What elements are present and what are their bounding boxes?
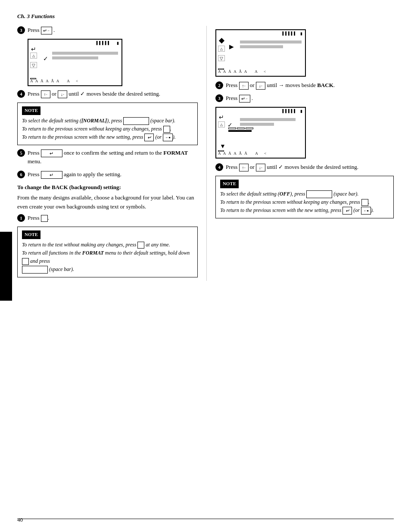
note2-label: NOTE [22,230,40,239]
icon-r2: ▽ [218,55,225,61]
off-label: OFF [280,191,290,197]
down-key[interactable]: ↓÷ [58,90,67,98]
screen-display-left-top: ▐▐▐▐▐ ▮ ↵ △ ▽ ✓ A A Ä A Â A A [28,39,122,86]
black-arrow-top: ◆ [219,36,224,44]
note3-p2: To return to the previous screen without… [220,198,389,206]
down-key-r4[interactable]: ↓÷ [256,164,265,171]
screen-bottom-font-bar: A A Ä A Â A A < [30,79,79,83]
screen-left-icons: △ ▽ [30,53,37,68]
note3-content: To select the default setting (OFF), pre… [220,190,389,215]
hold-key[interactable] [22,258,29,265]
back-step1-content: Press . [28,214,198,222]
return-key-1[interactable]: ↵ [144,134,154,141]
note3-p3: To return to the previous screen with th… [220,206,389,215]
line1 [52,52,118,55]
step-3-left: 3 Press ↵→ . [17,26,198,34]
step2r-press: Press [226,82,237,88]
note-box-3: NOTE To select the default setting (OFF)… [215,176,394,218]
spacebar-key-3[interactable] [306,190,332,198]
enter-key-6[interactable]: ↵ [41,171,62,179]
alt-return-key-1[interactable]: ←■ [163,134,173,141]
rb-left-icons: △ [218,121,225,128]
return-key-3[interactable]: ↵ [342,207,352,215]
format-key[interactable] [41,215,48,222]
icon-r1: △ [218,46,225,52]
back-bold: BACK [317,82,333,88]
cancel-key-1[interactable] [163,126,170,133]
note2-p1: To return to the text without making any… [22,241,193,249]
cancel-key-3[interactable] [361,199,368,206]
step-3-circle: 3 [17,26,25,34]
screen-bat-rb: ▮ [300,109,302,113]
rline2 [240,45,283,48]
left-column: 3 Press ↵→ . ▐▐▐▐▐ ▮ ↵ △ ▽ ✓ [17,26,207,281]
rb-enter: ↵ [219,114,224,121]
rbline2 [240,123,274,126]
up-key-r[interactable]: ↑÷ [239,82,249,90]
spacer-r [218,53,225,54]
down-key-r[interactable]: ↓÷ [256,82,265,90]
note1-label: NOTE [22,106,40,115]
step-3-content: Press ↵→ . [28,26,198,34]
step4r-circle: 4 [215,163,223,171]
screen-signal-rb: ▐▐▐▐▐ [281,109,296,113]
step2r-circle: 2 [215,81,223,89]
format-bold-5: FORMAT [163,149,188,156]
screen-bat-left: ▮ [117,41,119,45]
rbline1 [240,118,296,121]
step3r-content: Press ↵→ . [226,94,394,103]
checkmark: ✓ [43,55,48,62]
enter-key-btn[interactable]: ↵→ [41,27,52,34]
right-screen-bottom-bar: A A Ä A Â A A < [218,69,267,74]
step3r-press: Press [226,95,237,101]
right-column: ▐▐▐▐▐ ▮ ◆ △ ▽ ▶ A A Ä A Â [207,26,394,281]
note1-p3: To return to the previous screen with th… [22,133,193,141]
step-6-content: Press ↵ again to apply the setting. [28,170,198,179]
screen-bat-right: ▮ [300,31,302,36]
step-6-circle: 6 [17,171,25,178]
step-3-right: 3 Press ↵→ . [215,94,394,103]
format-bold-note2: FORMAT [82,250,104,256]
rb-pattern [228,128,253,133]
step-5-left: 5 Press ↵ once to confirm the setting an… [17,149,198,166]
icon-1: △ [30,53,37,59]
rb-bottom-bar: A A Ä A Â Ã A < [218,151,267,156]
step4-press: Press [28,90,39,97]
note2-p2: To return all functions in the FORMAT me… [22,249,193,265]
rb-lines [240,118,302,128]
line2 [52,56,98,59]
back-step1-press: Press [28,215,39,221]
up-key[interactable]: ↑÷ [41,90,50,98]
step-5-circle: 5 [17,149,25,157]
screen-lines [52,52,118,61]
note-box-2: NOTE To return to the text without makin… [17,227,198,277]
note2-content: To return to the text without making any… [22,241,193,274]
back-body-text: From the many designs available, choose … [17,193,198,212]
step4r-press: Press [226,164,237,170]
back-step1-circle: 1 [17,214,25,222]
step2r-content: Press ↑÷ or ↓÷ until → moves beside BACK… [226,81,394,90]
enter-key-5[interactable]: ↵ [41,149,62,157]
step4-or: or [52,90,56,97]
screen-signal-right: ▐▐▐▐▐ [281,31,296,35]
page-number: 40 [17,516,23,523]
enter-key-r3[interactable]: ↵→ [239,95,250,103]
step-5-content: Press ↵ once to confirm the setting and … [28,149,198,166]
back-heading-text: To change the BACK (background) setting: [17,184,121,190]
step5-press: Press [28,149,39,156]
cancel-key-2[interactable] [137,242,144,249]
spacebar-key-2[interactable] [22,266,48,274]
step-4-left: 4 Press ↑÷ or ↓÷ until ✓ moves beside th… [17,90,198,98]
icon-2: ▽ [30,62,37,68]
rline1 [240,40,302,44]
spacebar-key-1[interactable] [123,117,149,125]
up-key-r4[interactable]: ↑÷ [239,164,249,171]
icon-rb1: △ [218,121,225,128]
step-4-right: 4 Press ↑÷ or ↓÷ until ✓ moves beside th… [215,163,394,171]
note3-p1: To select the default setting (OFF), pre… [220,190,389,198]
step-4-circle: 4 [17,90,25,98]
black-tab [0,232,12,301]
note1-p1: To select the default setting ([NORMAL])… [22,117,193,125]
screen-signal-left: ▐▐▐▐▐ [95,41,109,45]
alt-return-key-3[interactable]: ←■ [361,207,371,215]
